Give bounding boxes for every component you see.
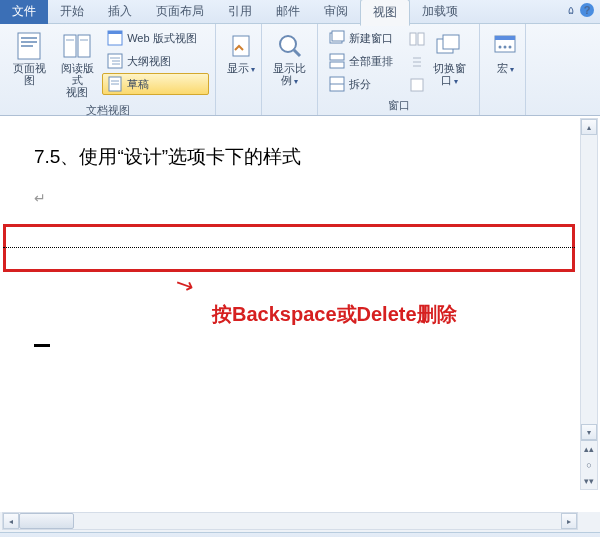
- svg-rect-30: [443, 35, 459, 49]
- tab-page-layout[interactable]: 页面布局: [144, 0, 216, 24]
- annotation-text: 按Backspace或Delete删除: [212, 301, 457, 328]
- outline-view-button[interactable]: 大纲视图: [102, 50, 209, 72]
- arrange-all-button[interactable]: 全部重排: [324, 50, 402, 72]
- prev-page-button[interactable]: ▴▴: [581, 441, 597, 457]
- switch-windows-icon: [433, 30, 465, 62]
- svg-rect-32: [495, 36, 515, 40]
- dotted-separator: [3, 247, 575, 248]
- tab-file[interactable]: 文件: [0, 0, 48, 24]
- paragraph-mark: ↵: [34, 190, 544, 206]
- svg-rect-22: [330, 54, 344, 60]
- scroll-thumb[interactable]: [19, 513, 74, 529]
- reading-view-button[interactable]: 阅读版式 视图: [54, 27, 100, 101]
- svg-point-35: [509, 46, 512, 49]
- draft-view-button[interactable]: 草稿: [102, 73, 209, 95]
- tab-mailings[interactable]: 邮件: [264, 0, 312, 24]
- draft-icon: [107, 76, 123, 92]
- svg-line-19: [294, 50, 300, 56]
- svg-rect-3: [21, 45, 33, 47]
- scroll-left-arrow[interactable]: ◂: [3, 513, 19, 529]
- svg-rect-5: [78, 35, 90, 57]
- tab-addins[interactable]: 加载项: [410, 0, 470, 24]
- tab-view[interactable]: 视图: [360, 0, 410, 26]
- view-side-by-side-button[interactable]: [404, 28, 424, 50]
- svg-rect-27: [418, 33, 424, 45]
- page-view-icon: [13, 30, 45, 62]
- split-button[interactable]: 拆分: [324, 73, 402, 95]
- sync-scroll-button[interactable]: [404, 51, 424, 73]
- svg-point-33: [499, 46, 502, 49]
- svg-rect-28: [411, 79, 423, 91]
- split-icon: [329, 76, 345, 92]
- vertical-scrollbar[interactable]: ▴ ▾ ▴▴ ○ ▾▾: [580, 118, 598, 490]
- ribbon: 页面视图 阅读版式 视图 Web 版式视图 大纲视图 草稿 文档视图 显示▾: [0, 24, 600, 116]
- zoom-button[interactable]: 显示比例▾: [268, 27, 311, 111]
- sync-scroll-icon: [409, 54, 425, 70]
- minimize-ribbon-icon[interactable]: ۵: [568, 4, 574, 17]
- macros-button[interactable]: 宏▾: [486, 27, 524, 111]
- show-icon: [225, 30, 257, 62]
- text-cursor: [34, 344, 50, 347]
- tab-references[interactable]: 引用: [216, 0, 264, 24]
- side-by-side-icon: [409, 31, 425, 47]
- svg-rect-4: [64, 35, 76, 57]
- web-view-button[interactable]: Web 版式视图: [102, 27, 209, 49]
- group-label-window: 窗口: [324, 96, 473, 115]
- svg-rect-17: [233, 36, 249, 56]
- tab-home[interactable]: 开始: [48, 0, 96, 24]
- browse-object-button[interactable]: ○: [581, 457, 597, 473]
- svg-rect-21: [332, 31, 344, 41]
- outline-icon: [107, 53, 123, 69]
- book-icon: [61, 30, 93, 62]
- scroll-track[interactable]: [581, 135, 597, 424]
- scroll-up-arrow[interactable]: ▴: [581, 119, 597, 135]
- reset-position-button[interactable]: [404, 74, 424, 96]
- svg-point-18: [280, 36, 296, 52]
- svg-rect-2: [21, 41, 37, 43]
- new-window-button[interactable]: 新建窗口: [324, 27, 402, 49]
- magnifier-icon: [274, 30, 306, 62]
- svg-rect-23: [330, 62, 344, 68]
- svg-rect-9: [108, 31, 122, 34]
- document-area: 7.5、使用“设计”选项卡下的样式 ↵ ↵ ↘ 按Backspace或Delet…: [0, 116, 600, 512]
- horizontal-scrollbar[interactable]: ◂ ▸: [2, 512, 578, 530]
- annotation-highlight-box: [3, 224, 575, 272]
- svg-rect-1: [21, 37, 37, 39]
- tab-insert[interactable]: 插入: [96, 0, 144, 24]
- macros-icon: [489, 30, 521, 62]
- web-icon: [107, 30, 123, 46]
- svg-point-34: [504, 46, 507, 49]
- page-view-button[interactable]: 页面视图: [6, 27, 52, 101]
- reset-window-icon: [409, 77, 425, 93]
- menu-tabs: 文件 开始 插入 页面布局 引用 邮件 审阅 视图 加载项 ۵ ?: [0, 0, 600, 24]
- heading-text: 7.5、使用“设计”选项卡下的样式: [34, 144, 544, 170]
- scroll-down-arrow[interactable]: ▾: [581, 424, 597, 440]
- show-button[interactable]: 显示▾: [222, 27, 260, 111]
- next-page-button[interactable]: ▾▾: [581, 473, 597, 489]
- new-window-icon: [329, 30, 345, 46]
- tab-review[interactable]: 审阅: [312, 0, 360, 24]
- scroll-right-arrow[interactable]: ▸: [561, 513, 577, 529]
- status-bar: [0, 532, 600, 537]
- help-icon[interactable]: ?: [580, 3, 594, 17]
- svg-rect-26: [410, 33, 416, 45]
- arrange-icon: [329, 53, 345, 69]
- switch-windows-button[interactable]: 切换窗口▾: [426, 27, 473, 96]
